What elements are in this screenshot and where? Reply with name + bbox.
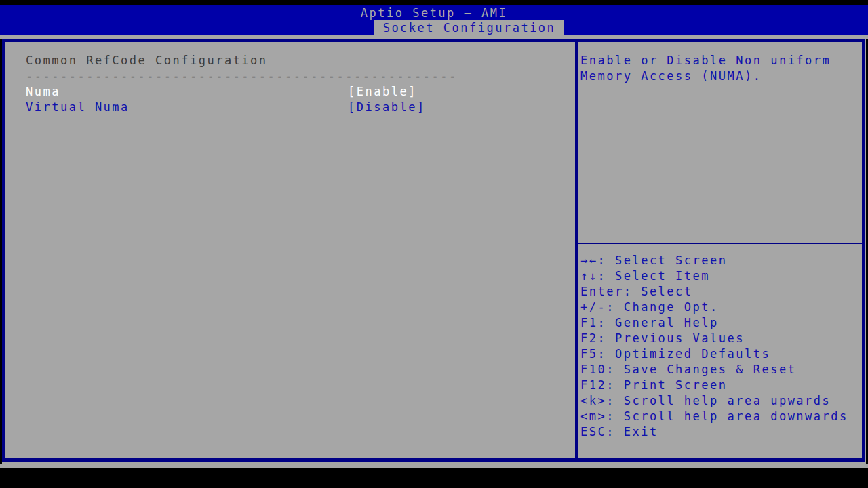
- key-hint-f10: F10: Save Changes & Reset: [580, 362, 848, 378]
- tab-socket-configuration[interactable]: Socket Configuration: [374, 20, 564, 35]
- key-hint-select-screen: →←: Select Screen: [580, 253, 848, 268]
- key-hint-scroll-down: <m>: Scroll help area downwards: [580, 409, 848, 424]
- key-hint-f1: F1: General Help: [580, 315, 848, 331]
- key-hint-change-opt: +/-: Change Opt.: [580, 300, 848, 315]
- key-hint-esc: ESC: Exit: [580, 424, 848, 440]
- help-panel: Enable or Disable Non uniform Memory Acc…: [578, 42, 862, 458]
- main-area: Common RefCode Configuration -----------…: [0, 35, 868, 468]
- menu-item-label: Numa: [26, 85, 60, 98]
- menu-item-value: [Disable]: [348, 100, 426, 115]
- key-hint-f5: F5: Optimized Defaults: [580, 346, 848, 362]
- key-hint-f12: F12: Print Screen: [580, 378, 848, 393]
- help-description-line: Memory Access (NUMA).: [580, 68, 862, 84]
- menu-item-label: Virtual Numa: [26, 100, 130, 114]
- header-bar: Aptio Setup – AMI Socket Configuration: [0, 5, 868, 35]
- key-hint-select-item: ↑↓: Select Item: [580, 268, 848, 284]
- help-description: Enable or Disable Non uniform Memory Acc…: [578, 42, 862, 84]
- menu-item-numa[interactable]: Numa [Enable]: [26, 84, 575, 100]
- key-hint-enter: Enter: Select: [580, 284, 848, 300]
- menu-item-value: [Enable]: [348, 84, 417, 100]
- key-legend: →←: Select Screen ↑↓: Select Item Enter:…: [580, 253, 848, 440]
- help-description-line: Enable or Disable Non uniform: [580, 53, 862, 68]
- menu-item-virtual-numa[interactable]: Virtual Numa [Disable]: [26, 100, 575, 115]
- bios-screen: { "window": { "title": "Aptio Setup – AM…: [0, 0, 868, 488]
- key-hint-f2: F2: Previous Values: [580, 331, 848, 346]
- panel-frame: Common RefCode Configuration -----------…: [2, 39, 865, 462]
- key-hint-scroll-up: <k>: Scroll help area upwards: [580, 393, 848, 409]
- section-separator: ----------------------------------------…: [26, 68, 575, 84]
- help-divider: [578, 243, 862, 244]
- section-title: Common RefCode Configuration: [26, 53, 575, 68]
- settings-panel: Common RefCode Configuration -----------…: [5, 42, 575, 458]
- app-title: Aptio Setup – AMI: [0, 5, 868, 20]
